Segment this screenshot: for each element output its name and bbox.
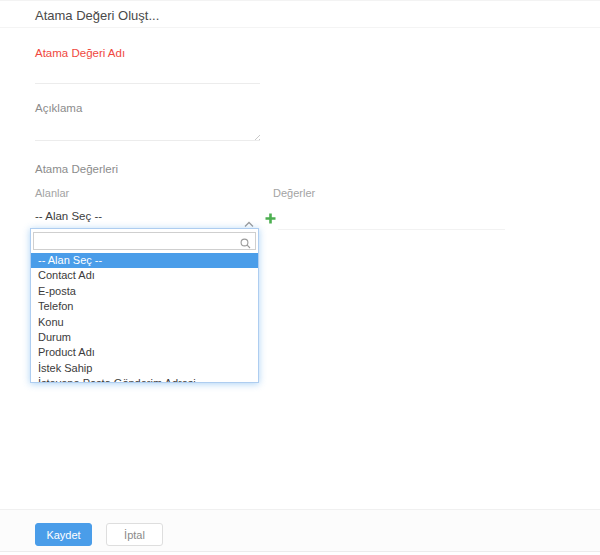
- search-icon: [240, 235, 251, 253]
- assignment-value-name-input[interactable]: [35, 61, 260, 84]
- dropdown-option-clipped[interactable]: İsteyene Posta Gönderim Adresi: [31, 376, 258, 382]
- dialog-title: Atama Değeri Oluşt...: [35, 8, 159, 23]
- field-select-value: -- Alan Seç --: [35, 210, 102, 222]
- dropdown-option[interactable]: İstek Sahip: [31, 361, 258, 376]
- dropdown-option[interactable]: -- Alan Seç --: [31, 253, 258, 268]
- assignment-values-section-label: Atama Değerleri: [35, 163, 118, 175]
- dropdown-search: [33, 231, 256, 250]
- dropdown-search-input[interactable]: [33, 232, 256, 250]
- value-underline-field[interactable]: [278, 229, 505, 230]
- dropdown-options: -- Alan Seç -- Contact Adı E-posta Telef…: [31, 252, 258, 382]
- dialog-titlebar: Atama Değeri Oluşt...: [0, 1, 600, 28]
- save-button[interactable]: Kaydet: [35, 523, 92, 546]
- field-select-dropdown: -- Alan Seç -- Contact Adı E-posta Telef…: [30, 228, 259, 383]
- dropdown-option[interactable]: Telefon: [31, 299, 258, 314]
- description-textarea[interactable]: [35, 113, 260, 141]
- dropdown-option[interactable]: E-posta: [31, 284, 258, 299]
- dropdown-option[interactable]: Contact Adı: [31, 268, 258, 283]
- dropdown-option[interactable]: Product Adı: [31, 345, 258, 360]
- dropdown-option[interactable]: Durum: [31, 330, 258, 345]
- create-assignment-value-dialog: Atama Değeri Oluşt... Atama Değeri Adı A…: [0, 0, 600, 555]
- fields-column-label: Alanlar: [35, 187, 69, 199]
- add-row-icon[interactable]: [265, 210, 276, 221]
- values-column-label: Değerler: [273, 187, 315, 199]
- dialog-footer: Kaydet İptal: [0, 509, 600, 552]
- assignment-value-name-label: Atama Değeri Adı: [35, 47, 125, 59]
- dropdown-option[interactable]: Konu: [31, 315, 258, 330]
- cancel-button[interactable]: İptal: [106, 523, 163, 546]
- field-select[interactable]: -- Alan Seç --: [35, 207, 260, 228]
